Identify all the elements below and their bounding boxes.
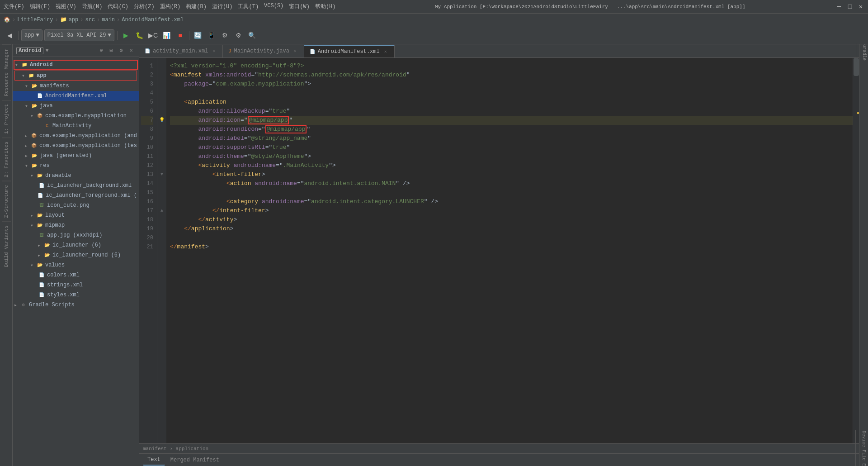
module-name: app: [24, 32, 34, 38]
device-dropdown-icon: ▼: [108, 32, 111, 38]
menu-view[interactable]: 视图(V): [56, 3, 76, 10]
tab-mainactivity-close[interactable]: ✕: [292, 48, 298, 54]
settings-icon[interactable]: ⚙: [117, 47, 125, 55]
scroll-indicator[interactable]: [853, 58, 859, 443]
tab-manifest-close[interactable]: ✕: [382, 48, 389, 55]
gradle-right-tab[interactable]: Gradle: [856, 43, 868, 62]
manifest-tab-icon: 📄: [310, 49, 315, 54]
menu-analyze[interactable]: 分析(Z): [134, 3, 155, 10]
module-selector[interactable]: app ▼: [21, 29, 42, 41]
tree-item-app[interactable]: ▼ 📁 app: [14, 71, 137, 81]
breadcrumb-item-main[interactable]: src: [85, 17, 95, 23]
search-everywhere-button[interactable]: 🔍: [246, 29, 258, 41]
stop-button[interactable]: ■: [175, 29, 186, 41]
tree-item-layout[interactable]: ▶ 📂 layout: [13, 210, 139, 220]
editor-breadcrumb: manifest › application: [139, 443, 859, 453]
tree-item-values[interactable]: ▼ 📂 values: [13, 260, 139, 270]
breadcrumb-item-main2[interactable]: main: [102, 17, 115, 23]
tree-item-res[interactable]: ▼ 📂 res: [13, 161, 139, 171]
resource-manager-tab[interactable]: Resource Manager: [2, 44, 11, 100]
minimize-button[interactable]: ─: [835, 3, 843, 10]
menu-vcs[interactable]: VCS(S): [264, 3, 283, 10]
close-panel-button[interactable]: ✕: [127, 47, 135, 55]
sdk-button[interactable]: ⚙: [219, 29, 231, 41]
add-item-button[interactable]: ⊕: [97, 47, 105, 55]
code-line-10: android:supportsRtl="true": [170, 143, 853, 152]
tree-item-styles[interactable]: 📄 styles.xml: [13, 290, 139, 300]
settings-button[interactable]: ⚙: [233, 29, 245, 41]
tree-item-manifests[interactable]: ▼ 📂 manifests: [13, 81, 139, 91]
tree-item-java[interactable]: ▼ 📂 java: [13, 101, 139, 111]
breadcrumb-item-src[interactable]: 📁: [60, 16, 67, 23]
breadcrumb-item-app[interactable]: LittleFairy: [17, 17, 53, 23]
tree-item-android[interactable]: ▼ 📁 Android: [14, 60, 138, 70]
tab-text[interactable]: Text: [143, 455, 165, 466]
tree-item-ic-launcher-round[interactable]: ▶ 📂 ic_launcher_round (6): [13, 250, 139, 260]
close-button[interactable]: ✕: [857, 3, 864, 10]
code-line-6: android:allowBackup="true": [170, 107, 853, 116]
tree-item-strings[interactable]: 📄 strings.xml: [13, 280, 139, 290]
tab-activity-close[interactable]: ✕: [211, 48, 217, 54]
structure-tab[interactable]: Z-Structure: [2, 181, 11, 222]
java-icon: 📂: [31, 102, 38, 109]
tab-mainactivity[interactable]: J MainActivity.java ✕: [223, 45, 304, 57]
tree-item-androidtest[interactable]: ▶ 📦 com.example.myapplication (and: [13, 131, 139, 141]
tree-item-gradle[interactable]: ▶ ⚙ Gradle Scripts: [13, 300, 139, 310]
tree-item-java-generated[interactable]: ▶ 📂 java (generated): [13, 151, 139, 161]
tree-item-mainactivity[interactable]: C MainActivity: [13, 121, 139, 131]
code-line-14: <action android:name="android.intent.act…: [170, 179, 853, 188]
tree-item-icon-cute[interactable]: 🖼 icon_cute.png: [13, 200, 139, 210]
tree-item-app-jpg[interactable]: 🖼 app.jpg (xxxhdpi): [13, 230, 139, 240]
breadcrumb-item-manifest[interactable]: AndroidManifest.xml: [122, 17, 184, 23]
run-button[interactable]: ▶: [120, 29, 132, 41]
breadcrumb-item-littlefairy[interactable]: 🏠: [4, 16, 10, 23]
menu-build[interactable]: 构建(B): [186, 3, 207, 10]
run-with-coverage-button[interactable]: ▶C: [147, 29, 159, 41]
maximize-button[interactable]: □: [846, 3, 854, 10]
menu-edit[interactable]: 编辑(E): [30, 3, 51, 10]
back-button[interactable]: ◀: [4, 29, 15, 41]
app-folder-icon: 📁: [28, 72, 35, 79]
tab-activity-main[interactable]: 📄 activity_main.xml ✕: [139, 45, 223, 57]
collapse-all-button[interactable]: ⊟: [107, 47, 115, 55]
device-selector[interactable]: Pixel 3a XL API 29 ▼: [44, 29, 114, 41]
code-content[interactable]: <?xml version="1.0" encoding="utf-8"?> <…: [166, 58, 853, 443]
breadcrumb-item-src-label[interactable]: app: [69, 17, 79, 23]
java-gen-icon: 📂: [31, 152, 38, 159]
menu-run[interactable]: 运行(U): [212, 3, 233, 10]
favorites-tab[interactable]: 2: Favorites: [2, 138, 11, 181]
menu-code[interactable]: 代码(C): [108, 3, 128, 10]
menu-tools[interactable]: 工具(T): [238, 3, 259, 10]
breadcrumb-manifest[interactable]: manifest › application: [143, 446, 208, 452]
tree-item-ic-launcher[interactable]: ▶ 📂 ic_launcher (6): [13, 240, 139, 250]
device-file-explorer-tab[interactable]: Device File Explorer: [856, 430, 868, 466]
profile-button[interactable]: 📊: [161, 29, 173, 41]
test-label: com.example.myapplication (tes: [39, 143, 137, 149]
tab-androidmanifest[interactable]: 📄 AndroidManifest.xml ✕: [304, 45, 395, 57]
menu-navigate[interactable]: 导航(N): [82, 3, 103, 10]
tree-item-drawable[interactable]: ▼ 📂 drawable: [13, 171, 139, 181]
window-controls[interactable]: ─ □ ✕: [835, 3, 864, 10]
tree-item-mipmap[interactable]: ▼ 📂 mipmap: [13, 220, 139, 230]
tree-item-ic-bg[interactable]: 📄 ic_launcher_background.xml: [13, 181, 139, 190]
menu-refactor[interactable]: 重构(R): [160, 3, 181, 10]
avd-button[interactable]: 📱: [206, 29, 217, 41]
drawable-label: drawable: [45, 172, 71, 179]
tab-merged-manifest[interactable]: Merged Manifest: [166, 455, 224, 466]
project-tab[interactable]: 1: Project: [2, 100, 11, 138]
tree-item-androidmanifest[interactable]: 📄 AndroidManifest.xml: [13, 91, 139, 101]
menu-bar[interactable]: 文件(F) 编辑(E) 视图(V) 导航(N) 代码(C) 分析(Z) 重构(R…: [4, 3, 336, 10]
menu-help[interactable]: 帮助(H): [315, 3, 336, 10]
code-editor[interactable]: 1 2 3 4 5 6 7 8 9 10 11 12 13 14 15 16 1…: [139, 58, 859, 443]
tree-item-test[interactable]: ▶ 📦 com.example.myapplication (tes: [13, 141, 139, 151]
tree-item-package[interactable]: ▼ 📦 com.example.myapplication: [13, 111, 139, 121]
menu-window[interactable]: 窗口(W): [289, 3, 310, 10]
build-variants-tab[interactable]: Build Variants: [2, 221, 11, 271]
tree-item-colors[interactable]: 📄 colors.xml: [13, 270, 139, 280]
code-line-4: [170, 89, 853, 98]
menu-file[interactable]: 文件(F): [4, 3, 24, 10]
debug-button[interactable]: 🐛: [134, 29, 146, 41]
sync-button[interactable]: 🔄: [192, 29, 204, 41]
project-panel: Android ▼ ⊕ ⊟ ⚙ ✕ ▼ 📁 Android ▼ 📁 app: [13, 44, 139, 466]
tree-item-ic-fg[interactable]: 📄 ic_launcher_foreground.xml (: [13, 190, 139, 200]
